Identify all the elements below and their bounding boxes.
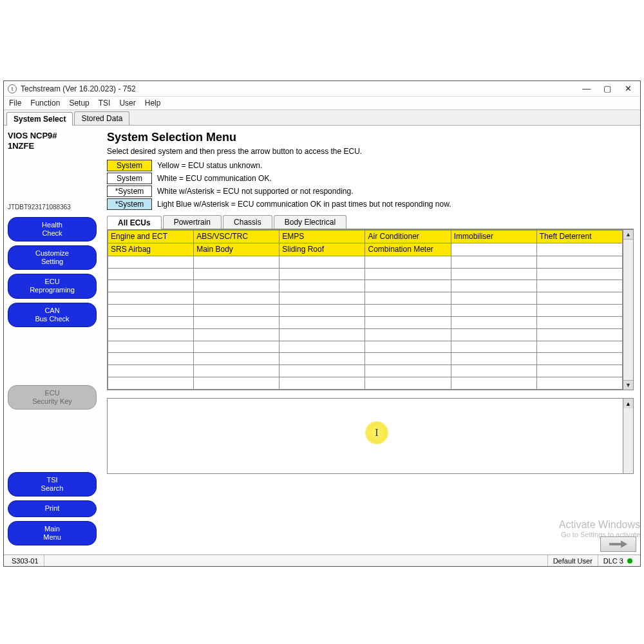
side-btn-customize-setting[interactable]: CustomizeSetting	[8, 245, 97, 270]
grid-cell	[365, 268, 451, 280]
side-btn-main-menu[interactable]: MainMenu	[8, 521, 97, 545]
menu-function[interactable]: Function	[30, 99, 60, 108]
grid-cell	[365, 256, 451, 268]
close-button[interactable]: ✕	[623, 84, 632, 93]
grid-cell	[365, 316, 451, 328]
grid-cell	[194, 292, 279, 305]
grid-cell	[279, 268, 365, 280]
grid-cell	[108, 353, 194, 365]
grid-cell	[451, 292, 536, 305]
grid-cell	[365, 377, 451, 390]
status-center	[44, 555, 548, 566]
legend-text: Yellow = ECU status unknown.	[157, 161, 262, 170]
grid-cell	[108, 280, 194, 292]
scroll-up-icon[interactable]: ▲	[623, 399, 633, 408]
grid-cell	[451, 280, 536, 292]
side-btn-print[interactable]: Print	[8, 500, 97, 516]
titlebar: t Techstream (Ver 16.20.023) - 752 — ▢ ✕	[4, 81, 640, 97]
status-left: S303-01	[6, 555, 44, 566]
menu-tsi[interactable]: TSI	[99, 99, 111, 108]
grid-cell	[536, 256, 622, 268]
grid-cell	[279, 341, 365, 353]
side-btn-can-bus-check[interactable]: CANBus Check	[8, 303, 97, 327]
grid-cell	[365, 280, 451, 292]
vehicle-label: VIOS NCP9# 1NZFE	[8, 131, 97, 152]
maximize-button[interactable]: ▢	[603, 84, 612, 93]
grid-cell	[365, 292, 451, 305]
ecu-tab-powertrain[interactable]: Powertrain	[163, 215, 222, 229]
grid-cell	[194, 328, 279, 341]
vin-label: JTDBT923171088363	[8, 204, 97, 211]
scroll-down-icon[interactable]: ▼	[623, 380, 633, 390]
grid-cell	[365, 365, 451, 377]
grid-cell[interactable]: Theft Deterrent	[536, 231, 622, 243]
grid-cell	[194, 268, 279, 280]
menu-file[interactable]: File	[9, 99, 21, 108]
top-tab-system-select[interactable]: System Select	[6, 112, 73, 126]
grid-cell	[536, 341, 622, 353]
grid-cell	[451, 341, 536, 353]
grid-cell	[536, 292, 622, 305]
grid-cell	[279, 328, 365, 341]
side-btn-health-check[interactable]: HealthCheck	[8, 217, 97, 242]
app-window: t Techstream (Ver 16.20.023) - 752 — ▢ ✕…	[3, 80, 641, 567]
menu-help[interactable]: Help	[145, 99, 161, 108]
top-tab-stored-data[interactable]: Stored Data	[74, 111, 129, 125]
grid-cell	[451, 256, 536, 268]
next-arrow-button[interactable]	[600, 536, 636, 552]
grid-cell[interactable]: Immobiliser	[451, 231, 536, 243]
grid-cell[interactable]: Air Conditioner	[365, 231, 451, 243]
scroll-up-icon[interactable]: ▲	[623, 230, 633, 240]
grid-cell	[108, 328, 194, 341]
ecu-tab-chassis[interactable]: Chassis	[223, 215, 272, 229]
legend-chip: *System	[107, 185, 152, 197]
grid-cell	[365, 353, 451, 365]
grid-cell	[108, 316, 194, 328]
grid-cell	[451, 377, 536, 390]
grid-cell	[279, 365, 365, 377]
grid-cell[interactable]: Combination Meter	[365, 243, 451, 256]
detail-scrollbar[interactable]: ▲	[623, 399, 633, 473]
ecu-grid-wrap: Engine and ECTABS/VSC/TRCEMPSAir Conditi…	[107, 229, 634, 390]
arrow-right-icon	[609, 539, 628, 549]
statusbar: S303-01 Default User DLC 3	[4, 554, 640, 566]
grid-cell	[451, 316, 536, 328]
grid-cell	[194, 341, 279, 353]
page-subtitle: Select desired system and then press the…	[107, 147, 634, 156]
grid-cell	[108, 365, 194, 377]
grid-cell[interactable]: Sliding Roof	[279, 243, 365, 256]
grid-cell	[365, 328, 451, 341]
ecu-tabs: All ECUsPowertrainChassisBody Electrical	[107, 215, 634, 229]
grid-cell	[536, 365, 622, 377]
ecu-tab-all-ecus[interactable]: All ECUs	[107, 216, 162, 229]
main-panel: System Selection Menu Select desired sys…	[100, 126, 640, 554]
side-btn-tsi-search[interactable]: TSISearch	[8, 472, 97, 497]
legend-chip: *System	[107, 198, 152, 210]
minimize-button[interactable]: —	[582, 84, 591, 93]
top-tabs: System SelectStored Data	[4, 110, 640, 126]
grid-cell	[108, 292, 194, 305]
grid-cell	[194, 280, 279, 292]
ecu-tab-body-electrical[interactable]: Body Electrical	[274, 215, 346, 229]
side-btn-ecu-reprograming[interactable]: ECUReprograming	[8, 274, 97, 298]
grid-cell[interactable]: ABS/VSC/TRC	[194, 231, 279, 243]
menu-user[interactable]: User	[119, 99, 135, 108]
text-cursor-highlight: I	[365, 421, 388, 444]
grid-cell	[451, 305, 536, 317]
ecu-grid[interactable]: Engine and ECTABS/VSC/TRCEMPSAir Conditi…	[108, 230, 623, 390]
grid-cell[interactable]: SRS Airbag	[108, 243, 194, 256]
grid-cell[interactable]: Main Body	[194, 243, 279, 256]
grid-cell	[279, 305, 365, 317]
grid-cell	[194, 377, 279, 390]
grid-scrollbar[interactable]: ▲ ▼	[623, 230, 633, 390]
menu-setup[interactable]: Setup	[69, 99, 89, 108]
grid-cell	[536, 305, 622, 317]
grid-cell	[194, 316, 279, 328]
grid-cell[interactable]: Engine and ECT	[108, 231, 194, 243]
grid-cell[interactable]: EMPS	[279, 231, 365, 243]
connection-dot-icon	[627, 558, 632, 564]
page-title: System Selection Menu	[107, 131, 634, 144]
legend-chip: System	[107, 160, 152, 171]
menubar: FileFunctionSetupTSIUserHelp	[4, 97, 640, 110]
status-right: DLC 3	[598, 555, 638, 566]
